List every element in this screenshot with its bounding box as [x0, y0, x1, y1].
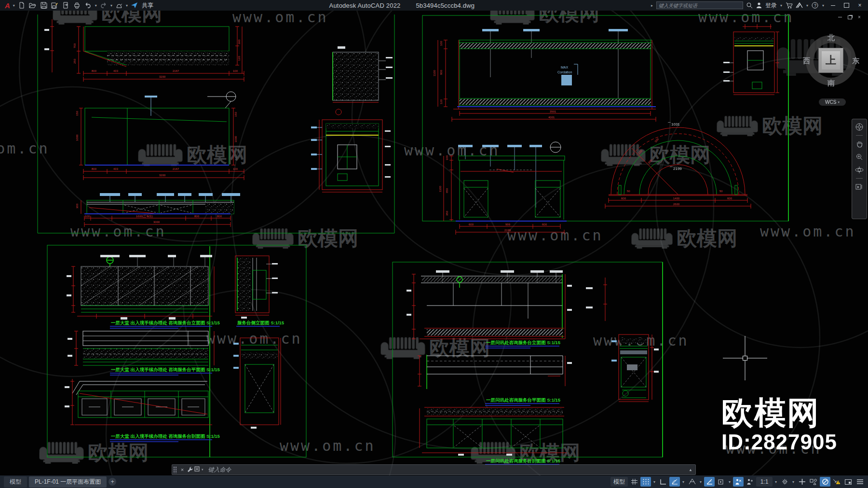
autodesk-caret-icon[interactable]: ▾: [806, 3, 809, 8]
isodraft-caret-icon[interactable]: ▾: [698, 477, 703, 487]
share-button[interactable]: [130, 1, 139, 10]
app-store-cart-icon[interactable]: [786, 2, 793, 9]
svg-text:120: 120: [238, 56, 241, 61]
navigation-wheel-icon[interactable]: [854, 122, 864, 132]
window-close-button[interactable]: ×: [854, 1, 865, 9]
window-maximize-button[interactable]: [841, 1, 852, 9]
new-layout-button[interactable]: +: [108, 478, 116, 486]
orbit-icon[interactable]: [854, 165, 864, 175]
annotation-visibility-toggle[interactable]: [733, 477, 744, 487]
viewcube-top-face[interactable]: 上: [818, 48, 843, 73]
help-icon[interactable]: ?: [812, 2, 819, 9]
viewcube-east-label[interactable]: 东: [852, 56, 859, 66]
save-as-button[interactable]: [50, 1, 60, 10]
undo-button[interactable]: [83, 1, 93, 10]
command-line-bar[interactable]: × ▾ 键入命令 ▲: [172, 464, 696, 475]
elevation-c1: 一层大堂 出入境手续办理处 咨询服务台立面图 S:1/15: [67, 255, 220, 328]
help-caret-icon[interactable]: ▾: [822, 3, 825, 8]
snap-toggle[interactable]: [640, 477, 651, 487]
svg-text:MAX: MAX: [561, 66, 569, 69]
doc-close-button[interactable]: ×: [856, 14, 862, 20]
autodesk-logo-icon[interactable]: [796, 2, 803, 8]
annotation-monitor-toggle[interactable]: [797, 477, 807, 487]
workspace-tool-button[interactable]: [114, 1, 124, 10]
object-snap-tracking-toggle[interactable]: [704, 477, 715, 487]
doc-restore-button[interactable]: [847, 14, 853, 20]
svg-text:100: 100: [446, 155, 448, 160]
ortho-toggle[interactable]: [658, 477, 668, 487]
save-button[interactable]: [39, 1, 49, 10]
svg-text:300: 300: [76, 203, 79, 209]
wcs-caret-icon: ▾: [838, 100, 840, 104]
annotation-scale-button[interactable]: 1:1: [756, 477, 773, 487]
login-caret-icon[interactable]: ▾: [780, 3, 783, 8]
zoom-icon[interactable]: [854, 152, 864, 162]
isodraft-toggle[interactable]: [687, 477, 697, 487]
annotation-scale-caret-icon[interactable]: ▾: [773, 477, 778, 487]
tab-layout-pl-1f-01[interactable]: PL-1F-01 一层平面布置图: [29, 476, 107, 488]
window-minimize-button[interactable]: [827, 1, 838, 9]
open-file-button[interactable]: [28, 1, 38, 10]
tab-model[interactable]: 模型: [4, 476, 27, 488]
svg-text:3200: 3200: [159, 174, 166, 177]
app-menu-caret-icon[interactable]: ▾: [13, 3, 15, 8]
viewcube-west-label[interactable]: 西: [803, 56, 810, 66]
svg-text:欧模网: 欧模网: [650, 143, 710, 166]
svg-text:350: 350: [446, 210, 448, 216]
command-bar-grip[interactable]: [173, 466, 177, 473]
pan-hand-icon[interactable]: [854, 139, 864, 149]
elevation-a3: 300 100 1600(三等分) 800 800 3000: [76, 193, 240, 227]
svg-text:600: 600: [469, 223, 474, 226]
command-expand-caret-icon[interactable]: ▲: [689, 468, 692, 472]
viewcube[interactable]: 北 南 西 东 上: [806, 35, 856, 85]
annotation-autoscale-toggle[interactable]: [745, 477, 755, 487]
infocenter-expand-icon[interactable]: ▸: [651, 3, 653, 8]
open-from-web-button[interactable]: [61, 1, 71, 10]
clean-screen-toggle[interactable]: [843, 477, 854, 487]
viewcube-south-label[interactable]: 南: [827, 79, 835, 88]
svg-text:欧模网: 欧模网: [187, 143, 247, 166]
search-icon[interactable]: [746, 2, 753, 9]
recent-commands-caret-icon[interactable]: ▾: [202, 468, 203, 472]
object-snap-caret-icon[interactable]: ▾: [727, 477, 732, 487]
redo-button[interactable]: [99, 1, 108, 10]
redo-caret-icon[interactable]: ▾: [110, 3, 113, 8]
workspace-caret-icon[interactable]: ▾: [125, 3, 128, 8]
undo-caret-icon[interactable]: ▾: [95, 3, 97, 8]
hardware-acceleration-toggle[interactable]: [820, 477, 830, 487]
polar-tracking-toggle[interactable]: [669, 477, 680, 487]
viewcube-north-label[interactable]: 北: [827, 33, 835, 42]
recent-commands-icon[interactable]: [194, 466, 202, 473]
graphics-performance-warning[interactable]: !: [831, 477, 842, 487]
snap-caret-icon[interactable]: ▾: [652, 477, 657, 487]
wcs-menu[interactable]: WCS ▾: [819, 98, 846, 106]
user-icon[interactable]: [756, 2, 762, 9]
plot-button[interactable]: [72, 1, 82, 10]
polar-caret-icon[interactable]: ▾: [681, 477, 686, 487]
quick-access-toolbar: A ▾ ▾ ▾ ▾ 共享: [0, 1, 153, 10]
command-prompt-placeholder[interactable]: 键入命令: [208, 466, 231, 474]
section-b1-counter: MAX Cordation 100 800 120 1100 3901: [433, 29, 656, 122]
workspace-caret-icon-status[interactable]: ▾: [791, 477, 796, 487]
login-label[interactable]: 登录: [765, 1, 777, 10]
doc-minimize-button[interactable]: [837, 14, 843, 20]
command-close-icon[interactable]: ×: [178, 467, 186, 473]
model-space-toggle[interactable]: 模型: [610, 477, 628, 487]
workspace-switching-gear[interactable]: [779, 477, 790, 487]
document-name: 5b3494c5cccb4.dwg: [416, 2, 475, 9]
customization-menu-button[interactable]: [854, 477, 865, 487]
command-customize-wrench-icon[interactable]: [186, 466, 194, 474]
detail-c-r2: [233, 338, 281, 429]
drawing-canvas[interactable]: 欧模网 欧模网 欧模网 欧模网 欧模网 欧模网 欧模网 欧模网 欧模网 欧模网 …: [0, 11, 868, 475]
grid-toggle[interactable]: [629, 477, 639, 487]
svg-text:3200: 3200: [159, 75, 166, 78]
svg-text:100: 100: [85, 215, 90, 218]
new-file-button[interactable]: [17, 1, 27, 10]
autocad-logo-icon[interactable]: A: [2, 1, 11, 10]
isolate-objects-toggle[interactable]: [808, 477, 819, 487]
search-input[interactable]: [656, 1, 743, 9]
showmotion-icon[interactable]: [854, 182, 864, 192]
share-label[interactable]: 共享: [142, 1, 153, 10]
svg-text:www.om.cn: www.om.cn: [232, 9, 328, 26]
object-snap-toggle[interactable]: [716, 477, 726, 487]
